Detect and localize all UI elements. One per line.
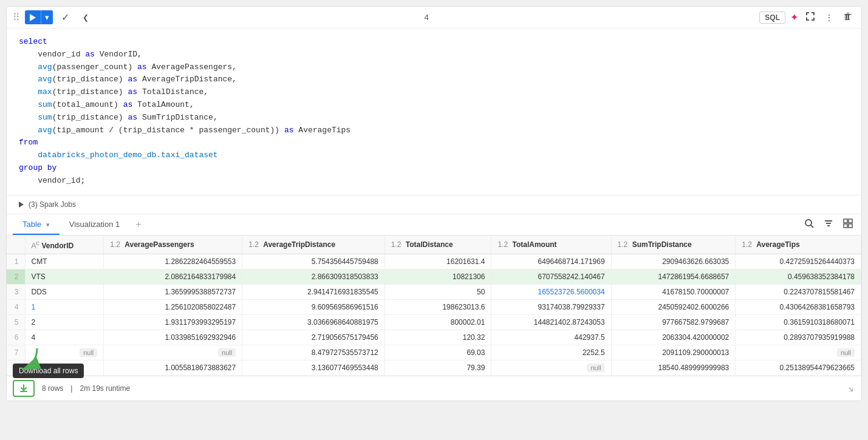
cell-sumtripdist: 18540.489999999983: [611, 360, 736, 375]
cell-avgpass: 1.2561020858022487: [104, 299, 242, 314]
filter-icon: [824, 218, 833, 228]
table-header-row: AcVendorID 1.2 AveragePassengers 1.2 Ave…: [7, 236, 861, 254]
cell-avgtripdist: 3.0366968640881975: [242, 314, 385, 330]
check-icon: ✓: [61, 12, 69, 22]
cell-toolbar: ⠿ ▾ ✓ ❮ 4 SQL ✦ ⋮: [7, 7, 861, 29]
col-header-totaldist[interactable]: 1.2 TotalDistance: [384, 236, 491, 254]
code-line-2: vendor_id as VendorID,: [19, 49, 849, 61]
cell-avgtips: 0.42725915264440373: [736, 254, 861, 269]
cell-avgpass: 1.0339851692932946: [104, 330, 242, 345]
collapse-icon: ❮: [83, 13, 89, 22]
notebook-cell: ⠿ ▾ ✓ ❮ 4 SQL ✦ ⋮: [6, 6, 862, 401]
cell-sumtripdist: 977667582.9799687: [611, 314, 736, 330]
code-line-6: sum(total_amount) as TotalAmount,: [19, 99, 849, 112]
expand-corner-button[interactable]: [842, 382, 855, 394]
run-dropdown-button[interactable]: ▾: [41, 10, 53, 24]
col-header-vendorid[interactable]: AcVendorID: [25, 236, 104, 254]
cell-avgtips: 0.25138954479623665: [736, 360, 861, 375]
download-icon: [19, 384, 29, 393]
table-row: 2 VTS 2.0862164833179984 2.8663093185038…: [7, 269, 861, 284]
table-row: 6 4 1.0339851692932946 2.719056575179456…: [7, 330, 861, 345]
col-header-avgtripdist[interactable]: 1.2 AverageTripDistance: [242, 236, 385, 254]
cell-totaldist: 79.39: [384, 360, 491, 375]
results-table-container: AcVendorID 1.2 AveragePassengers 1.2 Ave…: [7, 236, 861, 376]
col-header-sumtripdist[interactable]: 1.2 SumTripDistance: [611, 236, 736, 254]
footer-separator: |: [70, 384, 72, 393]
more-options-button[interactable]: ⋮: [822, 12, 836, 24]
col-header-avgtips[interactable]: 1.2 AverageTips: [736, 236, 861, 254]
table-row: 3 DDS 1.3659995388572737 2.9414716931835…: [7, 284, 861, 299]
code-line-11: group by: [19, 162, 849, 175]
cell-totalamt: 6496468714.171969: [491, 254, 611, 269]
run-button[interactable]: [25, 12, 41, 24]
row-num: 3: [7, 284, 25, 299]
cell-avgpass: 1.2862282464559553: [104, 254, 242, 269]
tab-visualization-1[interactable]: Visualization 1: [60, 215, 130, 235]
cell-vendorid: VTS: [25, 269, 104, 284]
search-results-button[interactable]: [802, 216, 816, 233]
cell-avgtripdist: 2.866309318503833: [242, 269, 385, 284]
result-area: Table ▾ Visualization 1 +: [7, 214, 861, 401]
cell-vendorid: DDS: [25, 284, 104, 299]
code-line-9: from: [19, 137, 849, 149]
table-row: 4 1 1.2561020858022487 9.609569586961516…: [7, 299, 861, 314]
code-area: select vendor_id as VendorID, avg(passen…: [7, 29, 861, 195]
layout-icon: [843, 218, 853, 228]
trash-icon: [843, 12, 853, 21]
runtime-label: 2m 19s runtime: [80, 384, 130, 393]
spark-jobs-bar[interactable]: (3) Spark Jobs: [7, 195, 861, 214]
tab-table-dropdown[interactable]: ▾: [46, 221, 50, 228]
cell-avgtripdist: 8.479727535573712: [242, 345, 385, 360]
spark-triangle-icon: [19, 201, 24, 208]
cell-sumtripdist: 2909463626.663035: [611, 254, 736, 269]
download-all-rows-button[interactable]: [13, 380, 35, 397]
svg-rect-8: [844, 224, 847, 228]
cell-vendorid: 1: [25, 299, 104, 314]
fullscreen-button[interactable]: [803, 10, 818, 24]
col-header-rownum: [7, 236, 25, 254]
filter-results-button[interactable]: [821, 216, 836, 233]
add-tab-button[interactable]: +: [129, 214, 147, 235]
collapse-button[interactable]: ❮: [78, 12, 94, 23]
magic-icon: ✦: [790, 12, 798, 23]
cell-avgpass: 1.9311793993295197: [104, 314, 242, 330]
delete-button[interactable]: [841, 10, 855, 24]
cell-avgpass: 2.0862164833179984: [104, 269, 242, 284]
code-line-8: avg(tip_amount / (trip_distance * passen…: [19, 124, 849, 137]
search-icon: [804, 218, 814, 228]
vendor-link[interactable]: 1: [32, 303, 36, 311]
cell-totalamt: 6707558242.140467: [491, 269, 611, 284]
cell-sumtripdist: 2091109.290000013: [611, 345, 736, 360]
code-line-5: max(trip_distance) as TotalDistance,: [19, 86, 849, 99]
cell-sumtripdist: 1472861954.6688657: [611, 269, 736, 284]
code-line-3: avg(passenger_count) as AveragePassenger…: [19, 61, 849, 74]
code-line-7: sum(trip_distance) as SumTripDistance,: [19, 112, 849, 124]
row-num: 1: [7, 254, 25, 269]
row-num: 6: [7, 330, 25, 345]
run-btn-group: ▾: [25, 10, 53, 24]
rows-count: 8 rows: [42, 384, 63, 393]
cell-avgtips: 0.459638352384178: [736, 269, 861, 284]
code-line-10: databricks_photon_demo_db.taxi_dataset: [19, 149, 849, 162]
tab-table[interactable]: Table ▾: [13, 215, 60, 235]
download-arrow-indicator: [13, 345, 61, 376]
toolbar-right: SQL ✦ ⋮: [759, 10, 855, 24]
col-header-totalamt[interactable]: 1.2 TotalAmount: [491, 236, 611, 254]
table-row: 1 CMT 1.2862282464559553 5.7543564457594…: [7, 254, 861, 269]
check-button[interactable]: ✓: [58, 10, 73, 24]
cell-totalamt: 93174038.79929337: [491, 299, 611, 314]
cell-totaldist: 50: [384, 284, 491, 299]
dropdown-chevron: ▾: [45, 13, 49, 22]
cell-number: 4: [98, 13, 754, 22]
drag-handle[interactable]: ⠿: [13, 12, 20, 23]
layout-button[interactable]: [841, 216, 855, 233]
svg-rect-9: [849, 224, 852, 228]
tab-table-label: Table: [22, 220, 41, 229]
row-num: 5: [7, 314, 25, 330]
cell-avgtripdist: 2.719056575179456: [242, 330, 385, 345]
col-header-avgpass[interactable]: 1.2 AveragePassengers: [104, 236, 242, 254]
cell-avgpass: 1.0055818673883627: [104, 360, 242, 375]
cell-avgtips: 0.2243707815581467: [736, 284, 861, 299]
cell-avgtips: 0.43064268381658793: [736, 299, 861, 314]
spark-jobs-label: (3) Spark Jobs: [29, 200, 76, 209]
